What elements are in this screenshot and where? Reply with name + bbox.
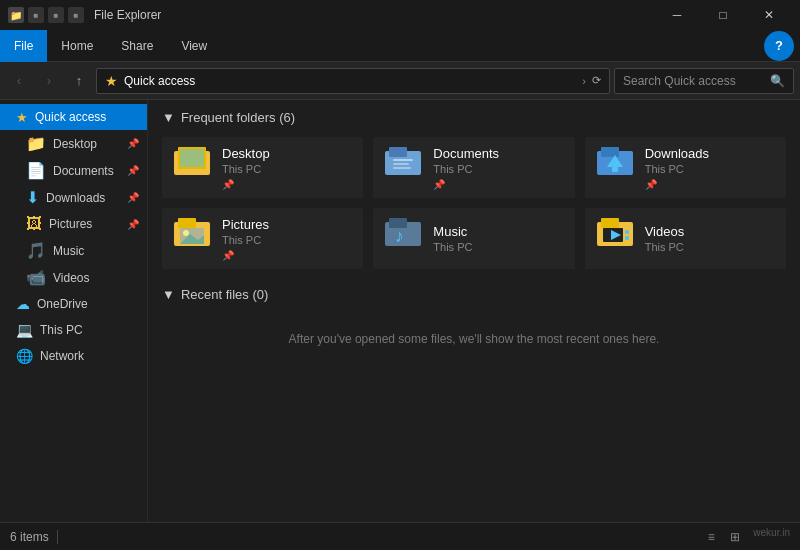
forward-button[interactable]: › [36,68,62,94]
downloads-card-info: Downloads This PC 📌 [645,146,709,190]
svg-rect-5 [393,159,413,161]
folder-card-downloads[interactable]: Downloads This PC 📌 [585,137,786,198]
sidebar-documents-label: Documents [53,164,114,178]
downloads-card-name: Downloads [645,146,709,161]
svg-rect-6 [393,163,409,165]
search-text: Search Quick access [623,74,764,88]
sidebar-network-label: Network [40,349,84,363]
documents-folder-icon: 📄 [26,161,46,180]
sidebar-item-this-pc[interactable]: 💻 This PC [0,317,147,343]
recent-chevron: ▼ [162,287,175,302]
view-grid-button[interactable]: ⊞ [725,527,745,547]
sidebar: ★ Quick access 📁 Desktop 📌 📄 Documents 📌… [0,100,148,522]
back-button[interactable]: ‹ [6,68,32,94]
sidebar-item-network[interactable]: 🌐 Network [0,343,147,369]
videos-card-sub: This PC [645,241,685,253]
frequent-chevron: ▼ [162,110,175,125]
minimize-button[interactable]: ─ [654,0,700,30]
folder-card-desktop[interactable]: Desktop This PC 📌 [162,137,363,198]
sidebar-desktop-label: Desktop [53,137,97,151]
svg-rect-25 [625,236,629,240]
folder-card-documents[interactable]: Documents This PC 📌 [373,137,574,198]
documents-card-sub: This PC [433,163,499,175]
downloads-folder-icon: ⬇ [26,188,39,207]
refresh-icon[interactable]: ⟳ [592,74,601,87]
content-area: ▼ Frequent folders (6) Desktop This PC 📌 [148,100,800,522]
tab-view[interactable]: View [167,30,221,62]
desktop-card-sub: This PC [222,163,270,175]
downloads-card-sub: This PC [645,163,709,175]
tab-file[interactable]: File [0,30,47,62]
desktop-folder-icon: 📁 [26,134,46,153]
address-bar[interactable]: ★ Quick access › ⟳ [96,68,610,94]
documents-pin-icon: 📌 [127,165,139,176]
recent-empty-message: After you've opened some files, we'll sh… [162,314,786,364]
help-button[interactable]: ? [764,31,794,61]
svg-rect-24 [625,230,629,234]
folder-card-music[interactable]: ♪ Music This PC [373,208,574,269]
svg-rect-9 [601,147,619,157]
tb-icon-1: ■ [28,7,44,23]
svg-point-15 [183,230,189,236]
documents-card-pin: 📌 [433,179,499,190]
sidebar-item-quick-access[interactable]: ★ Quick access [0,104,147,130]
sidebar-item-pictures[interactable]: 🖼 Pictures 📌 [0,211,147,237]
pictures-card-info: Pictures This PC 📌 [222,217,269,261]
sidebar-item-videos[interactable]: 📹 Videos [0,264,147,291]
tab-share[interactable]: Share [107,30,167,62]
music-card-sub: This PC [433,241,472,253]
desktop-pin-icon: 📌 [127,138,139,149]
frequent-section-title[interactable]: ▼ Frequent folders (6) [162,110,786,125]
search-icon: 🔍 [770,74,785,88]
folder-card-pictures[interactable]: Pictures This PC 📌 [162,208,363,269]
sidebar-this-pc-label: This PC [40,323,83,337]
sidebar-item-desktop[interactable]: 📁 Desktop 📌 [0,130,147,157]
videos-folder-icon: 📹 [26,268,46,287]
downloads-card-icon [595,145,635,190]
sidebar-downloads-label: Downloads [46,191,105,205]
desktop-card-pin: 📌 [222,179,270,190]
svg-rect-13 [178,218,196,228]
frequent-section-label: Frequent folders (6) [181,110,295,125]
title-bar: 📁 ■ ■ ■ File Explorer ─ □ ✕ [0,0,800,30]
svg-rect-4 [389,147,407,157]
desktop-card-icon [172,145,212,190]
sidebar-videos-label: Videos [53,271,89,285]
address-star-icon: ★ [105,73,118,89]
window-controls: ─ □ ✕ [654,0,792,30]
address-separator: › [582,75,586,87]
svg-rect-2 [180,149,204,167]
close-button[interactable]: ✕ [746,0,792,30]
folder-card-videos[interactable]: Videos This PC [585,208,786,269]
item-count: 6 items [10,530,49,544]
pictures-card-icon [172,216,212,261]
pictures-card-sub: This PC [222,234,269,246]
maximize-button[interactable]: □ [700,0,746,30]
svg-rect-7 [393,167,411,169]
documents-card-icon [383,145,423,190]
up-button[interactable]: ↑ [66,68,92,94]
address-path: Quick access [124,74,195,88]
title-bar-icons: 📁 ■ ■ ■ [8,7,84,23]
recent-section-label: Recent files (0) [181,287,268,302]
pictures-card-name: Pictures [222,217,269,232]
ribbon: File Home Share View ? [0,30,800,62]
sidebar-item-downloads[interactable]: ⬇ Downloads 📌 [0,184,147,211]
watermark: wekur.in [753,527,790,547]
tab-home[interactable]: Home [47,30,107,62]
svg-rect-21 [601,218,619,228]
music-card-name: Music [433,224,472,239]
tb-icon-3: ■ [68,7,84,23]
desktop-card-info: Desktop This PC 📌 [222,146,270,190]
sidebar-item-music[interactable]: 🎵 Music [0,237,147,264]
sidebar-item-documents[interactable]: 📄 Documents 📌 [0,157,147,184]
view-list-button[interactable]: ≡ [701,527,721,547]
music-folder-icon: 🎵 [26,241,46,260]
recent-section-title[interactable]: ▼ Recent files (0) [162,287,786,302]
sidebar-item-onedrive[interactable]: ☁ OneDrive [0,291,147,317]
pictures-folder-icon: 🖼 [26,215,42,233]
status-divider [57,530,58,544]
pictures-card-pin: 📌 [222,250,269,261]
search-bar[interactable]: Search Quick access 🔍 [614,68,794,94]
this-pc-icon: 💻 [16,322,33,338]
